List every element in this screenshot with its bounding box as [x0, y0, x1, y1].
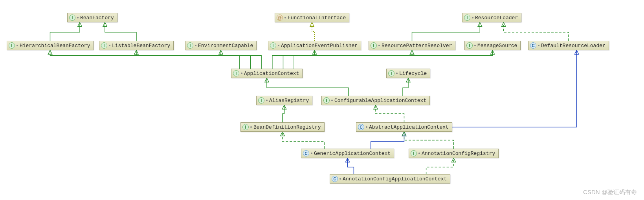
uml-diagram-canvas: { "nodes": { "beanFactory": {"label":"Be…: [0, 0, 644, 200]
interface-icon: I: [270, 42, 276, 49]
node-label: AbstractApplicationContext: [369, 124, 449, 130]
modifier-dot-icon: [284, 17, 286, 18]
interface-icon: I: [242, 124, 249, 130]
node-label: AliasRegistry: [269, 98, 309, 104]
edge-applicationContext-to-messageSource: [294, 50, 492, 69]
edge-annotationConfigRegistry-to-abstractAppCtx: [404, 132, 454, 149]
uml-node-functionalInterface[interactable]: @FunctionalInterface: [275, 13, 349, 22]
uml-node-environmentCapable[interactable]: IEnvironmentCapable: [185, 41, 257, 50]
edge-annotationConfigAppCtx-to-annotationConfigRegistry: [426, 158, 454, 174]
uml-node-annotationConfigAppCtx[interactable]: CAnnotationConfigApplicationContext: [330, 174, 450, 184]
node-label: BeanDefinitionRegistry: [253, 124, 321, 130]
edge-applicationContext-to-listableBeanFactory: [136, 50, 251, 69]
uml-node-listableBeanFactory[interactable]: IListableBeanFactory: [99, 41, 174, 50]
uml-node-aliasRegistry[interactable]: IAliasRegistry: [256, 96, 312, 105]
uml-node-applicationEventPublisher[interactable]: IApplicationEventPublisher: [268, 41, 361, 50]
uml-node-messageSource[interactable]: IMessageSource: [464, 41, 521, 50]
edge-hierarchicalBeanFactory-to-beanFactory: [50, 22, 80, 41]
modifier-dot-icon: [17, 45, 18, 46]
uml-node-beanDefinitionRegistry[interactable]: IBeanDefinitionRegistry: [240, 122, 325, 132]
node-label: ApplicationContext: [244, 71, 299, 76]
modifier-dot-icon: [311, 153, 312, 154]
watermark: CSDN @验证码有毒: [583, 189, 637, 196]
interface-icon: I: [388, 70, 394, 76]
modifier-dot-icon: [538, 45, 539, 46]
modifier-dot-icon: [339, 178, 341, 180]
modifier-dot-icon: [418, 153, 420, 154]
interface-icon: I: [69, 15, 75, 21]
edge-listableBeanFactory-to-beanFactory: [105, 22, 136, 41]
node-label: Lifecycle: [399, 71, 427, 76]
class-icon: C: [303, 150, 309, 156]
class-icon: C: [358, 124, 364, 130]
node-label: ListableBeanFactory: [112, 43, 170, 49]
node-label: FunctionalInterface: [288, 15, 346, 21]
uml-node-configurableAppCtx[interactable]: IConfigurableApplicationContext: [321, 96, 430, 105]
node-label: ConfigurableApplicationContext: [334, 98, 426, 104]
uml-node-hierarchicalBeanFactory[interactable]: IHierarchicalBeanFactory: [7, 41, 94, 50]
modifier-dot-icon: [77, 17, 79, 18]
modifier-dot-icon: [378, 45, 380, 46]
modifier-dot-icon: [195, 45, 196, 46]
modifier-dot-icon: [331, 100, 333, 101]
node-label: ResourceLoader: [475, 15, 518, 21]
class-icon: C: [530, 42, 536, 49]
node-label: GenericApplicationContext: [314, 151, 391, 156]
edge-beanDefinitionRegistry-to-aliasRegistry: [283, 105, 284, 122]
edge-resourcePatternResolver-to-resourceLoader: [412, 22, 480, 41]
uml-node-annotationConfigRegistry[interactable]: IAnnotationConfigRegistry: [409, 149, 499, 158]
node-label: DefaultResourceLoader: [541, 43, 605, 49]
node-label: ApplicationEventPublisher: [281, 43, 358, 49]
edge-genericAppCtx-to-beanDefinitionRegistry: [283, 132, 324, 149]
interface-icon: I: [258, 97, 264, 104]
modifier-dot-icon: [366, 126, 367, 128]
node-label: AnnotationConfigApplicationContext: [343, 176, 447, 182]
modifier-dot-icon: [278, 45, 279, 46]
uml-node-beanFactory[interactable]: IBeanFactory: [67, 13, 117, 22]
edge-applicationContext-to-applicationEventPublisher: [272, 50, 315, 69]
uml-node-abstractAppCtx[interactable]: CAbstractApplicationContext: [356, 122, 452, 132]
uml-node-resourcePatternResolver[interactable]: IResourcePatternResolver: [369, 41, 455, 50]
modifier-dot-icon: [241, 73, 242, 74]
modifier-dot-icon: [250, 126, 252, 128]
edge-applicationContext-to-hierarchicalBeanFactory: [50, 50, 240, 69]
node-label: AnnotationConfigRegistry: [422, 151, 495, 156]
modifier-dot-icon: [474, 45, 476, 46]
interface-icon: I: [466, 42, 473, 49]
edge-applicationEventPublisher-to-functionalInterface: [312, 22, 315, 41]
uml-node-resourceLoader[interactable]: IResourceLoader: [462, 13, 521, 22]
annotation-icon: @: [277, 15, 283, 21]
edge-applicationContext-to-resourcePatternResolver: [283, 50, 412, 69]
interface-icon: I: [323, 97, 330, 104]
interface-icon: I: [371, 42, 377, 49]
modifier-dot-icon: [396, 73, 398, 74]
modifier-dot-icon: [472, 17, 473, 18]
uml-node-lifecycle[interactable]: ILifecycle: [386, 69, 430, 78]
edge-configurableAppCtx-to-applicationContext: [267, 78, 349, 96]
edge-applicationContext-to-environmentCapable: [221, 50, 261, 69]
edge-abstractAppCtx-to-configurableAppCtx: [376, 105, 404, 122]
edge-defaultResourceLoader-to-resourceLoader: [504, 22, 569, 41]
edge-abstractAppCtx-to-defaultResourceLoader: [452, 50, 577, 127]
class-icon: C: [332, 176, 338, 182]
node-label: EnvironmentCapable: [198, 43, 253, 49]
uml-node-genericAppCtx[interactable]: CGenericApplicationContext: [301, 149, 394, 158]
interface-icon: I: [464, 15, 470, 21]
node-label: ResourcePatternResolver: [382, 43, 452, 49]
edge-annotationConfigAppCtx-to-genericAppCtx: [348, 158, 354, 174]
uml-node-applicationContext[interactable]: IApplicationContext: [231, 69, 303, 78]
interface-icon: I: [233, 70, 239, 76]
modifier-dot-icon: [266, 100, 268, 101]
modifier-dot-icon: [109, 45, 110, 46]
node-label: BeanFactory: [80, 15, 114, 21]
interface-icon: I: [9, 42, 15, 49]
edge-configurableAppCtx-to-lifecycle: [403, 78, 408, 96]
interface-icon: I: [411, 150, 417, 156]
uml-node-defaultResourceLoader[interactable]: CDefaultResourceLoader: [528, 41, 609, 50]
interface-icon: I: [101, 42, 107, 49]
interface-icon: I: [187, 42, 193, 49]
edge-genericAppCtx-to-abstractAppCtx: [371, 132, 404, 149]
node-label: MessageSource: [477, 43, 517, 49]
node-label: HierarchicalBeanFactory: [20, 43, 90, 49]
